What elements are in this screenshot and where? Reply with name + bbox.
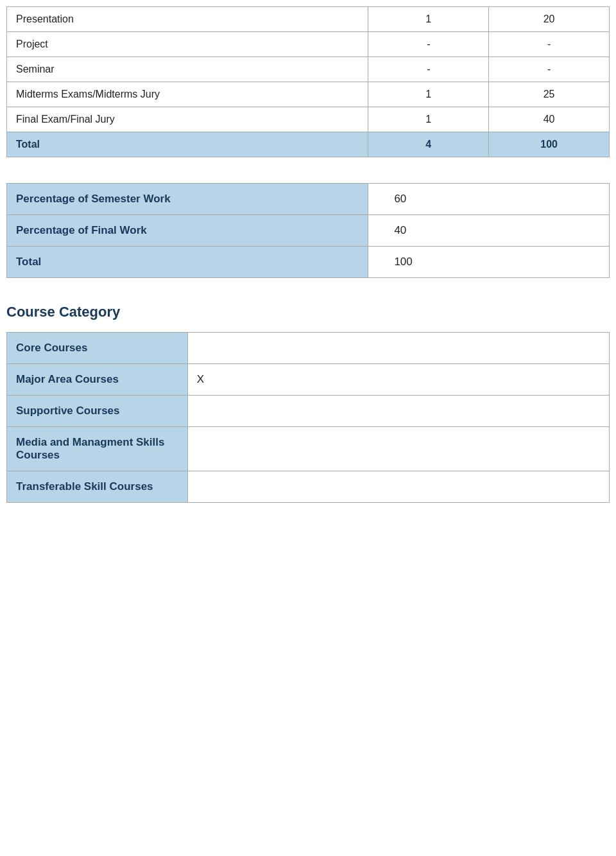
percentage-row: Percentage of Semester Work 60 — [7, 184, 610, 215]
assessment-percent: - — [489, 32, 610, 57]
assessment-label: Final Exam/Final Jury — [7, 107, 368, 132]
assessment-total-percent: 100 — [489, 132, 610, 157]
assessment-percent: 40 — [489, 107, 610, 132]
percentage-label: Percentage of Semester Work — [7, 184, 368, 215]
assessment-percent: 25 — [489, 82, 610, 107]
percentage-label: Percentage of Final Work — [7, 215, 368, 247]
assessment-table: Presentation 1 20 Project - - Seminar - … — [6, 6, 610, 157]
category-value: X — [187, 364, 609, 396]
category-row: Major Area Courses X — [7, 364, 610, 396]
assessment-count: - — [368, 57, 489, 82]
assessment-label: Seminar — [7, 57, 368, 82]
percentage-value: 100 — [368, 247, 610, 278]
percentage-table: Percentage of Semester Work 60 Percentag… — [6, 183, 610, 278]
assessment-percent: 20 — [489, 7, 610, 32]
assessment-row: Seminar - - — [7, 57, 610, 82]
assessment-count: 1 — [368, 82, 489, 107]
category-value — [187, 471, 609, 503]
assessment-row: Final Exam/Final Jury 1 40 — [7, 107, 610, 132]
category-label: Major Area Courses — [7, 364, 188, 396]
assessment-count: 1 — [368, 107, 489, 132]
category-label: Core Courses — [7, 333, 188, 364]
assessment-label: Midterms Exams/Midterms Jury — [7, 82, 368, 107]
category-label: Supportive Courses — [7, 396, 188, 427]
course-category-table: Core Courses Major Area Courses X Suppor… — [6, 332, 610, 503]
category-row: Media and Managment Skills Courses — [7, 427, 610, 471]
category-value — [187, 396, 609, 427]
category-row: Transferable Skill Courses — [7, 471, 610, 503]
category-label: Media and Managment Skills Courses — [7, 427, 188, 471]
assessment-row: Project - - — [7, 32, 610, 57]
assessment-row: Midterms Exams/Midterms Jury 1 25 — [7, 82, 610, 107]
course-category-heading: Course Category — [6, 304, 610, 320]
assessment-count: 1 — [368, 7, 489, 32]
category-value — [187, 333, 609, 364]
assessment-label: Project — [7, 32, 368, 57]
assessment-count: - — [368, 32, 489, 57]
percentage-row: Percentage of Final Work 40 — [7, 215, 610, 247]
percentage-value: 40 — [368, 215, 610, 247]
category-row: Supportive Courses — [7, 396, 610, 427]
page-wrapper: Presentation 1 20 Project - - Seminar - … — [0, 0, 616, 528]
assessment-total-count: 4 — [368, 132, 489, 157]
assessment-total-label: Total — [7, 132, 368, 157]
category-row: Core Courses — [7, 333, 610, 364]
percentage-value: 60 — [368, 184, 610, 215]
category-value — [187, 427, 609, 471]
assessment-percent: - — [489, 57, 610, 82]
percentage-row: Total 100 — [7, 247, 610, 278]
assessment-row: Presentation 1 20 — [7, 7, 610, 32]
category-label: Transferable Skill Courses — [7, 471, 188, 503]
assessment-label: Presentation — [7, 7, 368, 32]
percentage-label: Total — [7, 247, 368, 278]
assessment-total-row: Total 4 100 — [7, 132, 610, 157]
